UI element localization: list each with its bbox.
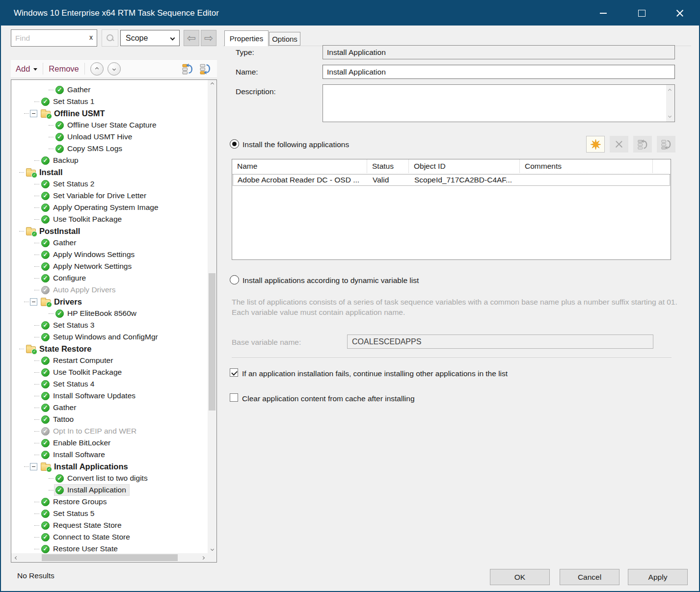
minimize-button[interactable] bbox=[584, 1, 622, 26]
new-application-button[interactable] bbox=[586, 136, 605, 153]
continue-on-fail-checkbox[interactable] bbox=[230, 368, 238, 377]
tree-item[interactable]: Set Variable for Drive Letter bbox=[11, 190, 208, 202]
vertical-scroll-thumb[interactable] bbox=[209, 273, 215, 411]
close-button[interactable] bbox=[661, 1, 699, 26]
description-field[interactable] bbox=[323, 84, 675, 122]
tree-item[interactable]: Connect to State Store bbox=[11, 531, 208, 543]
search-button[interactable] bbox=[102, 29, 118, 47]
scope-dropdown[interactable]: Scope bbox=[120, 30, 180, 46]
tree-item[interactable]: Apply Operating System Image bbox=[11, 202, 208, 213]
tree-item[interactable]: Use Toolkit Package bbox=[11, 366, 208, 378]
clear-cache-label[interactable]: Clear application content from cache aft… bbox=[242, 394, 415, 403]
column-header-name[interactable]: Name bbox=[232, 159, 367, 173]
tree-item[interactable]: Drivers bbox=[11, 296, 208, 308]
description-scrollbar[interactable] bbox=[666, 85, 674, 122]
application-row[interactable]: Adobe Acrobat Reader DC - OSD ... Valid … bbox=[233, 174, 670, 186]
tree-item[interactable]: Restart Computer bbox=[11, 355, 208, 366]
tree-item[interactable]: Install Application bbox=[11, 484, 208, 496]
move-item-down-icon-button[interactable] bbox=[199, 62, 212, 76]
tree-item[interactable]: Use Toolkit Package bbox=[11, 213, 208, 225]
tree-item[interactable]: Set Status 1 bbox=[11, 96, 208, 107]
radio-install-dynamic-list[interactable] bbox=[230, 275, 239, 284]
tree-item[interactable]: Set Status 2 bbox=[11, 178, 208, 190]
apply-button[interactable]: Apply bbox=[628, 569, 688, 585]
tree-item[interactable]: Copy SMS Logs bbox=[11, 143, 208, 154]
tree-item[interactable]: Auto Apply Drivers bbox=[11, 284, 208, 296]
tree-connector bbox=[34, 525, 39, 526]
tree-item[interactable]: Install Software Updates bbox=[11, 390, 208, 402]
collapse-toggle-icon[interactable] bbox=[30, 298, 37, 306]
tree-item[interactable]: Opt In to CEIP and WER bbox=[11, 425, 208, 437]
tree-item[interactable]: Restore User State bbox=[11, 543, 208, 553]
tree-connector bbox=[24, 113, 29, 114]
tree-item[interactable]: Install Software bbox=[11, 449, 208, 461]
tree-item[interactable]: Backup bbox=[11, 154, 208, 166]
radio-install-following-label[interactable]: Install the following applications bbox=[242, 140, 349, 149]
tree-item[interactable]: Gather bbox=[11, 237, 208, 249]
remove-button[interactable]: Remove bbox=[49, 64, 79, 74]
radio-install-dynamic-label[interactable]: Install applications according to dynami… bbox=[242, 276, 419, 285]
task-sequence-tree: Gather Set Status 1 Offline USMT Offline… bbox=[11, 79, 217, 563]
collapse-toggle-icon[interactable] bbox=[30, 110, 37, 117]
tree-item[interactable]: Restore Groups bbox=[11, 496, 208, 508]
tree-item[interactable]: Tattoo bbox=[11, 413, 208, 425]
move-step-up-button[interactable] bbox=[90, 62, 104, 76]
radio-install-following-applications[interactable] bbox=[230, 139, 239, 149]
column-header-object-id[interactable]: Object ID bbox=[409, 159, 520, 173]
scroll-up-arrow-icon[interactable] bbox=[208, 80, 216, 88]
tree-item[interactable]: Set Status 4 bbox=[11, 378, 208, 390]
tree-item[interactable]: Set Status 3 bbox=[11, 319, 208, 331]
find-input[interactable] bbox=[11, 29, 97, 47]
horizontal-scroll-thumb[interactable] bbox=[42, 554, 178, 561]
tree-horizontal-scrollbar[interactable] bbox=[11, 553, 208, 562]
tree-item[interactable]: Convert list to two digits bbox=[11, 472, 208, 484]
tree-item[interactable]: State Restore bbox=[11, 343, 208, 355]
clear-search-icon[interactable]: x bbox=[89, 33, 93, 41]
scroll-right-arrow-icon[interactable] bbox=[198, 553, 208, 562]
name-label: Name: bbox=[236, 68, 258, 77]
collapse-toggle-icon[interactable] bbox=[30, 463, 37, 470]
delete-application-button[interactable] bbox=[610, 136, 628, 153]
tree-item[interactable]: PostInstall bbox=[11, 225, 208, 237]
ok-button[interactable]: OK bbox=[490, 569, 550, 585]
continue-on-fail-label[interactable]: If an application installation fails, co… bbox=[242, 369, 508, 378]
tree-item[interactable]: Setup Windows and ConfigMgr bbox=[11, 331, 208, 343]
tab-properties[interactable]: Properties bbox=[224, 30, 269, 46]
add-dropdown-caret-icon[interactable] bbox=[33, 68, 37, 71]
column-header-comments[interactable]: Comments bbox=[520, 159, 653, 173]
tree-item[interactable]: Unload USMT Hive bbox=[11, 131, 208, 143]
tree-item[interactable]: Set Status 5 bbox=[11, 508, 208, 519]
move-step-down-button[interactable] bbox=[108, 62, 121, 76]
tree-item[interactable]: Enable BitLocker bbox=[11, 437, 208, 449]
move-item-up-icon-button[interactable] bbox=[181, 62, 194, 76]
tree-item[interactable]: Gather bbox=[11, 402, 208, 413]
scroll-left-arrow-icon[interactable] bbox=[11, 553, 21, 562]
column-header-status[interactable]: Status bbox=[367, 159, 409, 173]
find-previous-button[interactable]: ⇦ bbox=[184, 30, 199, 46]
tree-item[interactable]: Request State Store bbox=[11, 519, 208, 531]
tree-item[interactable]: Apply Network Settings bbox=[11, 260, 208, 272]
tree-item[interactable]: Install bbox=[11, 166, 208, 178]
tree-item[interactable]: HP EliteBook 8560w bbox=[11, 308, 208, 319]
find-next-button[interactable]: ⇨ bbox=[201, 30, 216, 46]
add-button[interactable]: Add bbox=[16, 64, 30, 74]
name-field[interactable]: Install Application bbox=[323, 65, 675, 79]
tree-item[interactable]: Install Applications bbox=[11, 461, 208, 472]
scroll-down-arrow-icon[interactable] bbox=[668, 114, 672, 118]
scroll-up-arrow-icon[interactable] bbox=[668, 89, 672, 92]
tree-item[interactable]: Offline User State Capture bbox=[11, 119, 208, 131]
tree-item[interactable]: Offline USMT bbox=[11, 107, 208, 119]
success-check-icon bbox=[41, 380, 50, 388]
tree-item[interactable]: Configure bbox=[11, 272, 208, 284]
clear-cache-checkbox[interactable] bbox=[230, 393, 238, 402]
move-application-up-button[interactable] bbox=[633, 136, 652, 153]
tab-options[interactable]: Options bbox=[269, 32, 300, 46]
tree-vertical-scrollbar[interactable] bbox=[208, 80, 216, 553]
tree-connector bbox=[34, 160, 39, 161]
move-application-down-button[interactable] bbox=[657, 136, 675, 153]
maximize-button[interactable] bbox=[622, 1, 661, 26]
tree-item[interactable]: Gather bbox=[11, 84, 208, 96]
scroll-down-arrow-icon[interactable] bbox=[208, 545, 216, 553]
cancel-button[interactable]: Cancel bbox=[560, 569, 619, 585]
tree-item[interactable]: Apply Windows Settings bbox=[11, 249, 208, 260]
